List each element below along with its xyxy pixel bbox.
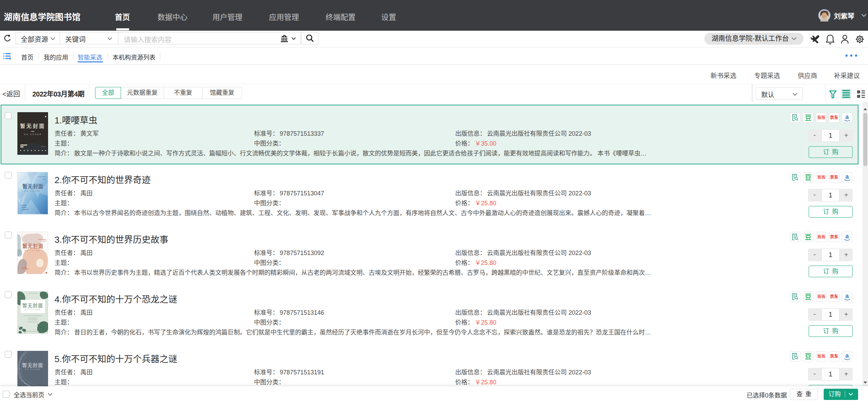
svg-text:暂无封面: 暂无封面 bbox=[22, 362, 43, 368]
svg-text:NO COVER: NO COVER bbox=[25, 368, 40, 370]
svg-text:NO COVER: NO COVER bbox=[25, 250, 41, 252]
svg-text:暂无封面: 暂无封面 bbox=[23, 303, 43, 308]
svg-text:NO COVER: NO COVER bbox=[25, 190, 41, 192]
svg-text:NO COVER: NO COVER bbox=[25, 309, 41, 311]
svg-text:NO COVER: NO COVER bbox=[24, 133, 42, 135]
svg-text:暂无封面: 暂无封面 bbox=[20, 123, 45, 129]
svg-text:暂无封面: 暂无封面 bbox=[23, 243, 43, 249]
svg-text:暂无封面: 暂无封面 bbox=[23, 183, 43, 189]
